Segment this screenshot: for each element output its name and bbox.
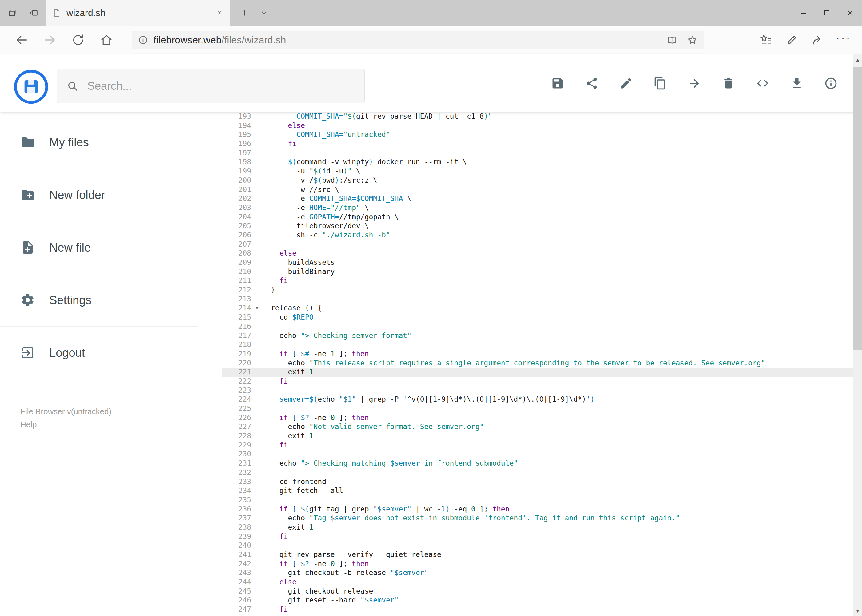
sidebar-item-settings[interactable]: Settings	[0, 274, 198, 327]
tab-list-button[interactable]	[254, 0, 274, 26]
code-line[interactable]: 198 $(command -v winpty) docker run --rm…	[222, 157, 853, 167]
code-line[interactable]: 205 filebrowser/dev \	[222, 222, 853, 231]
code-line[interactable]: 226 if [ $? -ne 0 ]; then	[222, 413, 853, 423]
copy-button[interactable]	[653, 77, 667, 90]
fold-marker-icon[interactable]: ▾	[251, 303, 263, 313]
refresh-button[interactable]	[64, 26, 92, 54]
code-line[interactable]: 241 git rev-parse --verify --quiet relea…	[222, 550, 853, 559]
scrollbar-thumb[interactable]	[853, 67, 862, 350]
delete-button[interactable]	[722, 77, 735, 90]
new-tab-button[interactable]	[235, 0, 254, 26]
code-line[interactable]: 195 COMMIT_SHA="untracked"	[222, 130, 853, 139]
code-line[interactable]: 228 exit 1	[222, 432, 853, 441]
minimize-button[interactable]	[792, 0, 815, 26]
save-button[interactable]	[551, 77, 564, 90]
code-line[interactable]: 214▾release () {	[222, 303, 853, 313]
code-line[interactable]: 196 fi	[222, 139, 853, 149]
browser-tab[interactable]: wizard.sh	[46, 0, 230, 26]
code-editor[interactable]: 193 COMMIT_SHA="$(git rev-parse HEAD | c…	[222, 112, 853, 616]
move-button[interactable]	[687, 77, 701, 90]
code-line[interactable]: 246 git reset --hard "$semver"	[222, 596, 853, 605]
share-button[interactable]	[805, 26, 830, 54]
code-line[interactable]: 199 -u "$(id -u)" \	[222, 167, 853, 176]
download-button[interactable]	[790, 77, 804, 90]
code-line[interactable]: 243 git checkout -b release "$semver"	[222, 568, 853, 578]
sidebar-item-new-file[interactable]: New file	[0, 222, 198, 274]
code-line[interactable]: 230	[222, 449, 853, 459]
code-line[interactable]: 208 else	[222, 249, 853, 258]
code-line[interactable]: 245 git checkout release	[222, 587, 853, 596]
code-line[interactable]: 201 -w //src \	[222, 185, 853, 194]
code-line[interactable]: 210 buildBinary	[222, 267, 853, 277]
search-input[interactable]	[87, 79, 355, 93]
more-options-button[interactable]: ···	[830, 26, 856, 54]
code-line[interactable]: 224 semver=$(echo "$1" | grep -P '^v(0|[…	[222, 395, 853, 404]
reading-view-button[interactable]	[666, 34, 678, 46]
code-line[interactable]: 232	[222, 468, 853, 477]
code-line[interactable]: 203 -e HOME="//tmp" \	[222, 203, 853, 212]
code-line[interactable]: 239 fi	[222, 532, 853, 541]
code-line[interactable]: 197	[222, 149, 853, 158]
code-line[interactable]: 216	[222, 322, 853, 331]
code-line[interactable]: 211 fi	[222, 276, 853, 285]
code-line[interactable]: 237 echo "Tag $semver does not exist in …	[222, 514, 853, 523]
code-line[interactable]: 247 fi	[222, 605, 853, 614]
code-line[interactable]: 220 echo "This release script requires a…	[222, 358, 853, 368]
code-line[interactable]: 204 -e GOPATH=//tmp/gopath \	[222, 212, 853, 222]
code-line[interactable]: 209 buildAssets	[222, 258, 853, 267]
help-link[interactable]: Help	[20, 418, 222, 431]
code-line[interactable]: 200 -v /$(pwd):/src:z \	[222, 176, 853, 185]
code-line[interactable]: 229 fi	[222, 441, 853, 450]
info-button[interactable]	[824, 77, 838, 90]
code-line[interactable]: 219 if [ $# -ne 1 ]; then	[222, 349, 853, 358]
code-line[interactable]: 213	[222, 295, 853, 304]
code-line[interactable]: 236 if [ $(git tag | grep "$semver" | wc…	[222, 504, 853, 514]
code-line[interactable]: 212}	[222, 285, 853, 295]
set-tabs-aside-button[interactable]	[25, 0, 42, 26]
code-line[interactable]: 194 else	[222, 121, 853, 130]
code-line[interactable]: 223	[222, 386, 853, 395]
tabs-preview-button[interactable]	[4, 0, 21, 26]
code-line[interactable]: 221 exit 1	[222, 368, 853, 377]
share-file-button[interactable]	[585, 77, 599, 90]
code-line[interactable]: 202 -e COMMIT_SHA=$COMMIT_SHA \	[222, 194, 853, 203]
rename-button[interactable]	[619, 77, 633, 90]
scroll-down-arrow[interactable]: ▼	[853, 605, 862, 616]
favorite-star-button[interactable]	[687, 34, 698, 46]
site-info-icon[interactable]	[137, 35, 149, 46]
home-button[interactable]	[92, 26, 121, 54]
code-line[interactable]: 235	[222, 495, 853, 504]
code-line[interactable]: 206 sh -c "./wizard.sh -b"	[222, 231, 853, 240]
sidebar-item-my-files[interactable]: My files	[0, 116, 198, 169]
sidebar-item-logout[interactable]: Logout	[0, 327, 198, 379]
web-note-button[interactable]	[779, 26, 805, 54]
address-bar[interactable]: filebrowser.web/files/wizard.sh	[132, 31, 704, 49]
maximize-button[interactable]	[815, 0, 838, 26]
code-line[interactable]: 233 cd frontend	[222, 477, 853, 487]
vertical-scrollbar[interactable]: ▲ ▼	[853, 55, 862, 616]
code-line[interactable]: 225	[222, 404, 853, 413]
code-line[interactable]: 234 git fetch --all	[222, 486, 853, 495]
code-line[interactable]: 218	[222, 340, 853, 349]
code-line[interactable]: 231 echo "> Checking matching $semver in…	[222, 459, 853, 468]
code-line[interactable]: 193 COMMIT_SHA="$(git rev-parse HEAD | c…	[222, 112, 853, 121]
back-button[interactable]	[7, 26, 36, 54]
hub-favorites-button[interactable]	[753, 26, 779, 54]
code-line[interactable]: 227 echo "Not valid semver format. See s…	[222, 422, 853, 432]
search-box[interactable]	[57, 69, 365, 103]
code-line[interactable]: 215 cd $REPO	[222, 313, 853, 322]
tab-close-icon[interactable]	[216, 9, 224, 17]
code-line[interactable]: 238 exit 1	[222, 523, 853, 532]
code-line[interactable]: 217 echo "> Checking semver format"	[222, 331, 853, 341]
code-line[interactable]: 244 else	[222, 578, 853, 587]
code-view-button[interactable]	[756, 77, 769, 90]
code-line[interactable]: 240	[222, 541, 853, 550]
code-line[interactable]: 242 if [ $? -ne 0 ]; then	[222, 559, 853, 569]
code-line[interactable]: 222 fi	[222, 377, 853, 386]
forward-button[interactable]	[36, 26, 64, 54]
filebrowser-logo[interactable]	[14, 69, 49, 104]
scroll-up-arrow[interactable]: ▲	[853, 55, 862, 65]
close-button[interactable]	[838, 0, 862, 26]
code-line[interactable]: 207	[222, 240, 853, 249]
sidebar-item-new-folder[interactable]: New folder	[0, 169, 198, 222]
